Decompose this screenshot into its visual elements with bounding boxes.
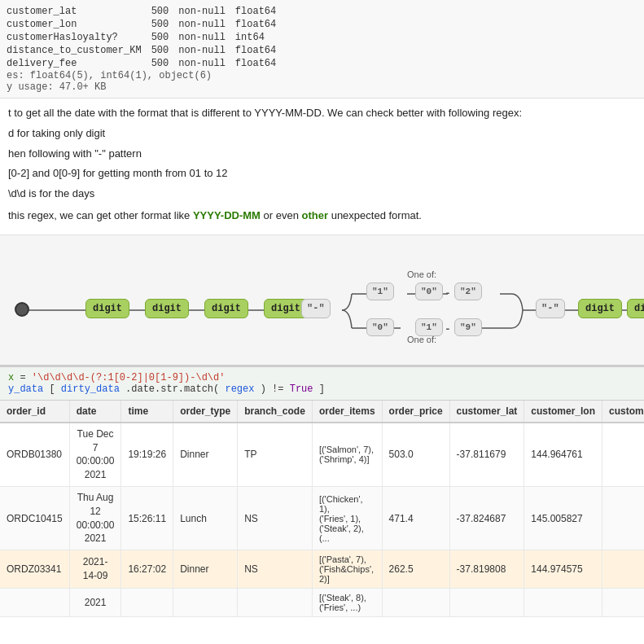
code-true: True: [290, 383, 313, 395]
text-other: other: [302, 209, 329, 221]
table-row: 2021 [('Steak', 8),('Fries', ...): [0, 589, 644, 617]
cell-customer-lat: -37.811679: [449, 423, 524, 487]
digit-node-5: digit: [578, 299, 622, 318]
schema-nullable: non-null: [178, 57, 235, 70]
schema-col: customer_lon: [7, 18, 151, 31]
text-line1: t to get all the date with the format th…: [8, 105, 636, 122]
cell-time: 19:19:26: [121, 423, 173, 487]
cell-customer-lon: 144.964761: [524, 423, 602, 487]
dash-node-2: "-": [536, 299, 565, 318]
dash-separator-bottom: -: [445, 323, 451, 335]
th-customer-lon: customer_lon: [524, 401, 602, 423]
text-yyyyddmm: YYYY-DD-MM: [193, 209, 261, 221]
schema-count: 500: [151, 5, 179, 18]
schema-table: customer_lat 500 non-null float64 custom…: [7, 5, 286, 70]
dtypes-line: es: float64(5), int64(1), object(6): [7, 70, 637, 81]
text-line3: hen following with "-" pattern: [8, 146, 636, 163]
th-order-id: order_id: [0, 401, 69, 423]
cell-order-price: [382, 589, 449, 617]
nine-node: "9": [454, 318, 482, 336]
text-line4-content: [0-2] and 0[0-9] for getting month from …: [8, 167, 228, 179]
th-date: date: [69, 401, 121, 423]
table-header-row: order_id date time order_type branch_cod…: [0, 401, 644, 423]
cell-branch-code: TP: [238, 423, 313, 487]
diagram-container: digit digit digit digit "-" One of: One …: [8, 247, 644, 361]
schema-col: delivery_fee: [7, 57, 151, 70]
cell-customer-lat: -37.819808: [449, 550, 524, 589]
digit-node-3: digit: [204, 299, 248, 318]
cell-order-id: [0, 589, 69, 617]
text-line4: [0-2] and 0[0-9] for getting month from …: [8, 165, 636, 182]
cell-order-items: [('Pasta', 7),('Fish&Chips',2)]: [312, 550, 382, 589]
cell-customerhaslo: [602, 550, 645, 589]
data-table: order_id date time order_type branch_cod…: [0, 401, 644, 617]
zero-top-node: "0": [415, 283, 443, 300]
cell-branch-code: NS: [238, 550, 313, 589]
schema-row: delivery_fee 500 non-null float64: [7, 57, 286, 70]
zero-bottom-node: "0": [366, 318, 394, 336]
th-order-type: order_type: [173, 401, 238, 423]
code-dot1: .date.str.match(: [125, 383, 219, 395]
cell-order-id: ORDZ03341: [0, 550, 69, 589]
cell-customerhaslo: [602, 589, 645, 617]
code-regex-val: '\d\d\d\d-(?:1[0-2]|0[1-9])-\d\d': [32, 372, 226, 383]
cell-order-type: Dinner: [173, 423, 238, 487]
cell-order-price: 503.0: [382, 423, 449, 487]
cell-customer-lon: [524, 589, 602, 617]
code-section: x = '\d\d\d\d-(?:1[0-2]|0[1-9])-\d\d' y_…: [0, 366, 644, 401]
schema-count: 500: [151, 18, 179, 31]
cell-customer-lat: [449, 589, 524, 617]
schema-dtype: float64: [235, 44, 286, 57]
th-branch-code: branch_code: [238, 401, 313, 423]
cell-branch-code: [238, 589, 313, 617]
text-line5-content: \d\d is for the days: [8, 187, 94, 199]
cell-customerhaslo: [602, 486, 645, 550]
cell-date: Thu Aug1200:00:002021: [69, 486, 121, 550]
schema-dtype: int64: [235, 31, 286, 44]
schema-count: 500: [151, 57, 179, 70]
code-ydata: y_data: [8, 383, 43, 395]
cell-order-type: [173, 589, 238, 617]
table-section: order_id date time order_type branch_cod…: [0, 401, 644, 617]
code-var: x: [8, 372, 14, 383]
code-neq: ) !=: [261, 383, 290, 395]
cell-date: 2021: [69, 589, 121, 617]
th-order-items: order_items: [312, 401, 382, 423]
regex-diagram-section: digit digit digit digit "-" One of: One …: [0, 235, 644, 366]
schema-nullable: non-null: [178, 44, 235, 57]
cell-time: [121, 589, 173, 617]
schema-dtype: float64: [235, 57, 286, 70]
schema-nullable: non-null: [178, 18, 235, 31]
th-order-price: order_price: [382, 401, 449, 423]
text-line6: this regex, we can get other format like…: [8, 208, 636, 225]
schema-col: customer_lat: [7, 5, 151, 18]
table-row: ORDZ03341 2021-14-09 16:27:02 Dinner NS …: [0, 550, 644, 589]
code-bracket: [: [49, 383, 55, 395]
cell-customer-lon: 144.974575: [524, 550, 602, 589]
text-line2: d for taking only digit: [8, 125, 636, 142]
two-node: "2": [454, 283, 482, 300]
cell-order-type: Dinner: [173, 550, 238, 589]
schema-col: distance_to_customer_KM: [7, 44, 151, 57]
code-ddata: dirty_data: [61, 383, 120, 395]
memory-line: y usage: 47.0+ KB: [7, 81, 637, 93]
one-node: "1": [366, 283, 394, 300]
cell-date: 2021-14-09: [69, 550, 121, 589]
text-line3-content: hen following with "-" pattern: [8, 147, 142, 160]
cell-order-price: 471.4: [382, 486, 449, 550]
oneof-label-top: One of:: [407, 269, 436, 279]
schema-row: customer_lat 500 non-null float64: [7, 5, 286, 18]
start-circle: [15, 302, 29, 317]
one-bottom-node: "1": [415, 318, 443, 336]
text-section: t to get all the date with the format th…: [0, 99, 644, 235]
text-line1-content: t to get all the date with the format th…: [8, 107, 522, 119]
digit-node-6: dig: [627, 299, 644, 318]
schema-row: customerHasloyalty? 500 non-null int64: [7, 31, 286, 44]
th-customerhaslo: customerHaslo: [602, 401, 645, 423]
dash-separator-top: -: [445, 287, 451, 300]
text-line2-content: d for taking only digit: [8, 127, 105, 139]
cell-order-id: ORDB01380: [0, 423, 69, 487]
text-line6-end: unexpected format.: [328, 209, 422, 221]
schema-dtype: float64: [235, 18, 286, 31]
schema-dtype: float64: [235, 5, 286, 18]
